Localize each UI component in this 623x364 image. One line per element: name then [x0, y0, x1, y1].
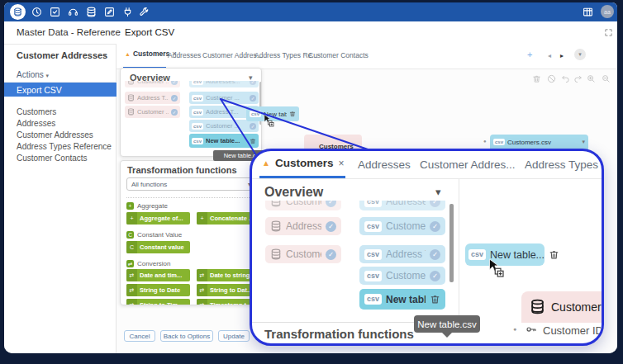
- mag-entity-customers[interactable]: Customers: [521, 291, 604, 323]
- undo-icon[interactable]: [561, 74, 570, 83]
- data-catalog-icon[interactable]: [86, 7, 97, 17]
- source-chip[interactable]: Customer ... ✓: [125, 106, 180, 118]
- wrench-icon[interactable]: [139, 7, 150, 17]
- prev-tab-icon[interactable]: ◂: [548, 52, 551, 59]
- avatar[interactable]: aa: [601, 5, 614, 18]
- tasks-check-icon[interactable]: [50, 7, 60, 17]
- database-icon: [270, 220, 282, 232]
- target-chip[interactable]: csv Customer ... ✓: [189, 92, 259, 104]
- customers-csv-label: Customers.csv: [507, 139, 579, 146]
- csv-badge: csv: [468, 249, 486, 260]
- sidebar-item-customers[interactable]: Customers: [17, 107, 56, 116]
- function-filter-select[interactable]: All functions ▾: [126, 177, 256, 191]
- actions-label: Actions: [17, 70, 44, 79]
- zoom-out-icon[interactable]: [602, 74, 611, 83]
- sidebar-item-customer-contacts[interactable]: Customer Contacts: [17, 154, 88, 163]
- function-concatenate[interactable]: + Concatenate ...: [197, 212, 256, 225]
- trash-icon[interactable]: [430, 294, 440, 305]
- database-icon: [127, 81, 135, 85]
- clear-icon[interactable]: [547, 74, 556, 83]
- sidebar-title[interactable]: Customer Addresses: [17, 50, 107, 60]
- plug-icon[interactable]: [122, 7, 133, 17]
- cancel-button[interactable]: Cancel: [124, 330, 155, 342]
- conversion-icon: ⇄: [126, 284, 137, 296]
- workspace-breadcrumb[interactable]: Master Data - Reference: [17, 27, 121, 37]
- next-tab-icon[interactable]: ▸: [560, 52, 564, 59]
- delete-icon[interactable]: [532, 74, 541, 83]
- target-label: Address T...: [206, 108, 247, 116]
- csv-badge: csv: [364, 271, 382, 281]
- function-aggregate-of[interactable]: + Aggregate of...: [126, 212, 190, 225]
- mag-target-chip-new-table[interactable]: csv New table...: [359, 289, 445, 310]
- database-icon: [270, 248, 282, 260]
- function-constant-value[interactable]: C Constant value: [126, 241, 190, 253]
- add-tab-icon[interactable]: +: [527, 50, 532, 59]
- target-chip[interactable]: csv Customer ... ✓: [189, 120, 259, 132]
- trash-icon[interactable]: [250, 138, 256, 144]
- sidebar-title-caret-icon[interactable]: ▾: [103, 51, 107, 59]
- source-label: Customer ...: [286, 248, 321, 260]
- workspace-caret-icon[interactable]: ▾: [112, 28, 115, 35]
- function-string-to-date[interactable]: ⇄ String to Date: [126, 284, 190, 296]
- function-string-to-time[interactable]: ⇄ String to Tim...: [126, 299, 190, 305]
- target-chip-new-table[interactable]: csv New table...: [189, 134, 259, 148]
- headset-icon[interactable]: [68, 7, 78, 17]
- warning-icon: ▲: [125, 51, 131, 57]
- grid-apps-icon[interactable]: [583, 7, 593, 17]
- sidebar-item-addresses[interactable]: Addresses: [17, 119, 55, 128]
- mag-tab-address-types[interactable]: Address Types Re...: [525, 158, 604, 171]
- fullscreen-icon[interactable]: [604, 28, 613, 37]
- csv-badge: csv: [192, 95, 203, 102]
- close-tab-icon[interactable]: ×: [338, 158, 344, 169]
- mag-target-chip[interactable]: csv Customer ... ✓: [359, 217, 445, 235]
- sidebar-item-customer-addresses[interactable]: Customer Addresses: [17, 130, 93, 139]
- conversion-icon: ⇄: [197, 299, 207, 305]
- tab-addresses[interactable]: Addresses: [168, 51, 201, 59]
- update-button[interactable]: Update: [218, 330, 250, 342]
- mag-overview-caret-icon[interactable]: ▾: [435, 186, 441, 198]
- sidebar-item-address-types[interactable]: Address Types Reference: [17, 142, 112, 151]
- tab-customer-addresses[interactable]: Customer Addres...: [202, 51, 263, 59]
- mag-tab-customer-addresses[interactable]: Customer Addres...: [420, 158, 516, 171]
- target-label: Customer ...: [206, 122, 247, 130]
- app-topbar: aa: [4, 2, 617, 21]
- redo-icon[interactable]: [573, 74, 583, 83]
- target-label: Customer ...: [386, 220, 426, 232]
- port-bullet-icon: ●: [513, 326, 516, 332]
- mag-source-chip[interactable]: Customer ... ✓: [265, 245, 341, 263]
- divider: [252, 178, 602, 179]
- trash-icon[interactable]: [289, 111, 296, 117]
- tab-customer-contacts[interactable]: Customer Contacts: [308, 51, 369, 59]
- mag-overview-scrollbar[interactable]: [449, 204, 454, 282]
- active-app-button[interactable]: [10, 4, 26, 20]
- tab-menu-caret-icon: ▾: [578, 51, 582, 58]
- back-to-options-button[interactable]: Back to Options: [160, 330, 213, 342]
- entity-title: Customers: [551, 300, 604, 314]
- mag-tab-addresses[interactable]: Addresses: [358, 158, 411, 171]
- mag-target-chip[interactable]: csv Customer ... ✓: [359, 267, 445, 285]
- sidebar-item-export-csv[interactable]: Export CSV: [4, 82, 117, 97]
- mag-tab-customers-active[interactable]: ▲ Customers ×: [262, 157, 344, 169]
- edit-form-icon[interactable]: [104, 7, 115, 17]
- source-label: Customer ...: [137, 81, 169, 85]
- mag-source-chip[interactable]: Address T... ✓: [265, 217, 341, 235]
- function-date-and-time[interactable]: ⇄ Date and tim...: [126, 269, 190, 281]
- clock-icon[interactable]: [31, 7, 42, 17]
- entity-fragment[interactable]: Customers: [304, 135, 362, 149]
- function-date-to-string[interactable]: ⇄ Date to string: [197, 269, 256, 281]
- tab-menu-button[interactable]: ▾: [574, 49, 586, 60]
- function-string-to-date-2[interactable]: ⇄ String to Dat...: [197, 284, 256, 296]
- source-chip[interactable]: Address T... ✓: [125, 92, 180, 104]
- zoom-in-icon[interactable]: [587, 74, 596, 83]
- section-aggregate: + Aggregate: [126, 202, 168, 210]
- actions-menu[interactable]: Actions ▾: [17, 70, 49, 79]
- target-label: New table...: [386, 294, 426, 305]
- target-chip-clipped: csv Addresses... ✓: [189, 81, 259, 88]
- mag-target-chip[interactable]: csv Address T... ✓: [359, 245, 445, 263]
- csv-caret-icon[interactable]: ▾: [582, 139, 585, 145]
- mag-tooltip: New table.csv: [414, 315, 480, 333]
- csv-badge: csv: [493, 139, 505, 145]
- function-timestamp[interactable]: ⇄ Timestamp t...: [197, 299, 256, 305]
- trash-icon[interactable]: [549, 249, 559, 260]
- customers-csv-box[interactable]: csv Customers.csv ▾: [490, 135, 588, 149]
